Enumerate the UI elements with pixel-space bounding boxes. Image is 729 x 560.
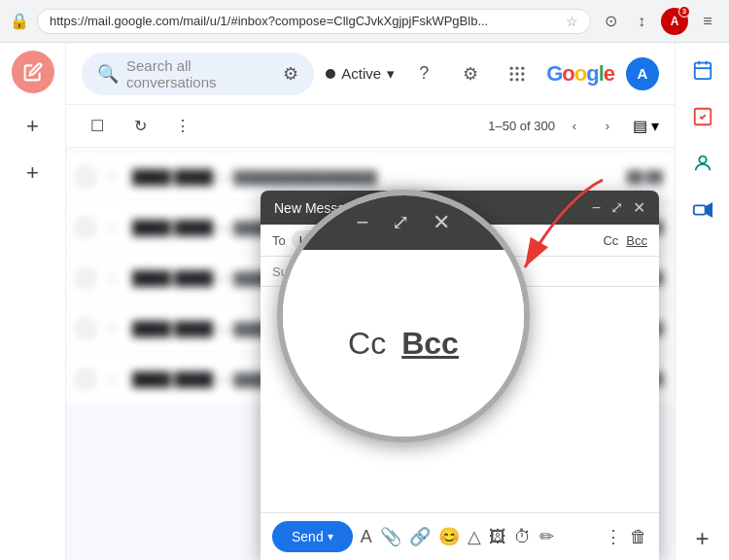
row-checkbox[interactable] [78, 169, 93, 185]
sender-name: ████ ████ [132, 371, 213, 387]
sender-name: ████ ████ [132, 169, 213, 185]
email-content: ████ ████ — ████████████████ [132, 168, 619, 186]
right-panel-tasks-icon[interactable] [683, 97, 722, 136]
bcc-button[interactable]: Bcc [626, 233, 647, 248]
right-panel-contacts-icon[interactable] [683, 144, 722, 183]
sender-name: ████ ████ [132, 270, 213, 286]
svg-point-5 [521, 72, 524, 75]
attach-file-icon[interactable]: 📎 [380, 526, 401, 547]
right-panel-add-button[interactable]: + [695, 525, 709, 552]
sidebar-add-1[interactable]: + [12, 105, 54, 148]
compose-to-label: To [272, 233, 286, 248]
magnified-cc-label: Cc [348, 326, 386, 362]
user-avatar[interactable]: A [626, 57, 659, 90]
row-checkbox[interactable] [78, 321, 93, 336]
magnifier-overlay: − ⤢ ✕ Cc Bcc [277, 190, 530, 442]
compose-expand-icon[interactable]: ⤢ [610, 198, 623, 217]
star-icon[interactable]: ☆ [105, 319, 124, 337]
search-input[interactable]: Search all conversations [126, 57, 275, 90]
search-icon: 🔍 [97, 63, 119, 85]
email-snippet: — ████████████████ [218, 170, 377, 185]
top-bar: 🔍 Search all conversations ⚙ Active ▾ ? … [66, 43, 675, 105]
browser-action-icon-2[interactable]: ↕ [630, 10, 653, 33]
svg-rect-9 [694, 63, 711, 80]
format-text-icon[interactable]: A [361, 527, 372, 547]
star-icon[interactable]: ☆ [105, 369, 124, 388]
search-filter-icon[interactable]: ⚙ [283, 63, 298, 85]
email-time: ██:██ [627, 170, 663, 184]
send-button[interactable]: Send ▾ [272, 521, 353, 552]
right-panel-calendar-icon[interactable] [683, 51, 722, 89]
emoji-icon[interactable]: 😊 [438, 526, 460, 547]
svg-rect-15 [693, 205, 705, 214]
pagination-info: 1–50 of 300 ‹ › [488, 113, 621, 140]
more-options-icon[interactable]: ⏱ [514, 527, 532, 547]
svg-point-14 [699, 157, 706, 163]
active-status-button[interactable]: Active ▾ [326, 65, 395, 83]
url-text: https://mail.google.com/mail/u/1/#inbox?… [50, 14, 560, 28]
google-logo: Google [546, 61, 614, 87]
svg-marker-16 [705, 204, 711, 217]
signature-icon[interactable]: ✏ [539, 526, 554, 547]
sidebar-add-2[interactable]: + [12, 152, 54, 194]
delete-draft-icon[interactable]: 🗑 [630, 527, 647, 547]
browser-bar: 🔒 https://mail.google.com/mail/u/1/#inbo… [0, 0, 729, 43]
right-panel: + [675, 43, 729, 560]
left-sidebar: + + [0, 43, 66, 560]
browser-profile-letter: A [671, 15, 679, 28]
toolbar: ☐ ↻ ⋮ 1–50 of 300 ‹ › ▤ ▾ [66, 105, 675, 148]
send-label: Send [292, 529, 324, 544]
photo-icon[interactable]: 🖼 [489, 527, 506, 547]
help-icon[interactable]: ? [406, 56, 441, 91]
send-dropdown-icon[interactable]: ▾ [328, 530, 333, 543]
row-checkbox[interactable] [78, 371, 93, 387]
mag-expand-icon: ⤢ [392, 210, 409, 235]
active-dropdown-icon: ▾ [387, 65, 395, 83]
mag-minimize-icon: − [357, 210, 369, 235]
svg-point-2 [521, 66, 524, 69]
settings-icon[interactable]: ⚙ [453, 56, 488, 91]
compose-close-icon[interactable]: ✕ [633, 198, 645, 217]
lock-icon: 🔒 [10, 12, 29, 30]
browser-menu-icon[interactable]: ≡ [696, 10, 719, 33]
next-page-button[interactable]: › [594, 113, 621, 140]
url-bar[interactable]: https://mail.google.com/mail/u/1/#inbox?… [37, 9, 591, 34]
apps-grid-icon[interactable] [500, 56, 535, 91]
compose-footer: Send ▾ A 📎 🔗 😊 △ 🖼 ⏱ ✏ ⋮ 🗑 [260, 512, 659, 560]
star-icon[interactable]: ☆ [105, 268, 124, 287]
star-icon[interactable]: ☆ [105, 218, 124, 236]
svg-point-7 [515, 78, 518, 81]
compose-cc-bcc-area: Cc Bcc [603, 233, 647, 248]
row-checkbox[interactable] [78, 220, 93, 235]
active-dot-icon [326, 69, 335, 79]
mag-close-icon: ✕ [433, 210, 450, 235]
search-bar[interactable]: 🔍 Search all conversations ⚙ [82, 52, 314, 95]
svg-point-3 [510, 72, 513, 75]
svg-point-4 [515, 72, 518, 75]
browser-action-icon-1[interactable]: ⊙ [599, 10, 622, 33]
svg-point-0 [510, 66, 513, 69]
active-label: Active [341, 65, 381, 82]
insert-link-icon[interactable]: 🔗 [409, 526, 431, 547]
browser-profile-badge[interactable]: A 3 [661, 8, 688, 35]
sender-name: ████ ████ [132, 220, 213, 235]
view-toggle-button[interactable]: ▤ ▾ [633, 117, 659, 135]
cc-button[interactable]: Cc [603, 233, 618, 248]
drive-icon[interactable]: △ [468, 526, 481, 547]
more-options-button[interactable]: ⋮ [167, 111, 198, 142]
footer-more-icon[interactable]: ⋮ [605, 526, 622, 547]
notification-badge: 3 [678, 6, 690, 18]
magnified-bcc-label: Bcc [401, 326, 459, 362]
prev-page-button[interactable]: ‹ [561, 113, 588, 140]
right-panel-meet-icon[interactable] [683, 191, 722, 229]
select-all-checkbox[interactable]: ☐ [82, 111, 113, 142]
refresh-button[interactable]: ↻ [124, 111, 156, 142]
view-icon: ▤ [633, 117, 647, 135]
bookmark-icon[interactable]: ☆ [566, 14, 578, 29]
compose-button[interactable] [12, 51, 54, 93]
star-icon[interactable]: ☆ [105, 167, 124, 186]
row-checkbox[interactable] [78, 270, 93, 286]
magnified-cc-bcc: Cc Bcc [348, 326, 459, 362]
compose-minimize-icon[interactable]: − [592, 199, 601, 217]
magnifier-body: Cc Bcc [283, 250, 524, 437]
